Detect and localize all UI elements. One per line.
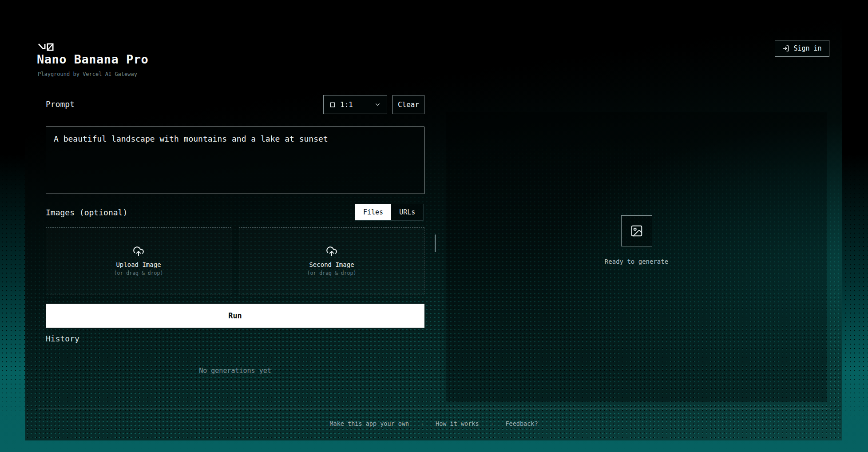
log-in-icon — [782, 45, 789, 52]
upload-title: Upload Image — [116, 261, 161, 268]
footer-link-make-your-own[interactable]: Make this app your own — [329, 420, 409, 427]
chevron-down-icon — [374, 101, 381, 108]
v0-logo-icon — [38, 43, 55, 52]
image-icon — [630, 224, 643, 238]
image-source-toggle: Files URLs — [355, 204, 424, 221]
clear-button[interactable]: Clear — [392, 95, 424, 114]
sign-in-label: Sign in — [793, 44, 821, 52]
preview-status: Ready to generate — [605, 258, 668, 265]
cloud-upload-icon — [326, 246, 337, 257]
aspect-ratio-select[interactable]: 1:1 — [323, 95, 387, 114]
run-button[interactable]: Run — [46, 304, 424, 328]
footer-separator: · — [420, 420, 424, 427]
square-icon — [329, 102, 336, 108]
page-title: Nano Banana Pro — [37, 52, 148, 66]
second-image-dropzone[interactable]: Second Image (or drag & drop) — [239, 227, 424, 294]
footer: Make this app your own · How it works · … — [25, 420, 842, 427]
upload-hint: (or drag & drop) — [307, 270, 357, 276]
app-canvas: Nano Banana Pro Playground by Vercel AI … — [0, 0, 868, 452]
v0-logo — [38, 43, 55, 52]
footer-divider — [38, 408, 830, 409]
images-label: Images (optional) — [46, 208, 127, 217]
footer-separator: · — [491, 420, 494, 427]
footer-link-how-it-works[interactable]: How it works — [436, 420, 479, 427]
tab-urls[interactable]: URLs — [391, 204, 423, 220]
history-label: History — [46, 334, 79, 343]
upload-image-dropzone[interactable]: Upload Image (or drag & drop) — [46, 227, 231, 294]
column-divider — [434, 97, 434, 402]
prompt-label: Prompt — [46, 99, 75, 109]
upload-hint: (or drag & drop) — [114, 270, 163, 276]
prompt-input[interactable]: A beautiful landscape with mountains and… — [46, 127, 424, 194]
tab-files[interactable]: Files — [355, 204, 391, 220]
upload-title: Second Image — [309, 261, 354, 268]
history-empty-message: No generations yet — [46, 367, 424, 375]
aspect-ratio-value: 1:1 — [340, 100, 353, 109]
preview-placeholder-box — [621, 215, 652, 246]
sign-in-button[interactable]: Sign in — [775, 40, 829, 57]
cloud-upload-icon — [133, 246, 144, 257]
preview-panel: Ready to generate — [446, 112, 827, 402]
page-subtitle: Playground by Vercel AI Gateway — [38, 71, 137, 77]
panel-resize-handle[interactable] — [435, 234, 436, 252]
footer-link-feedback[interactable]: Feedback? — [505, 420, 538, 427]
